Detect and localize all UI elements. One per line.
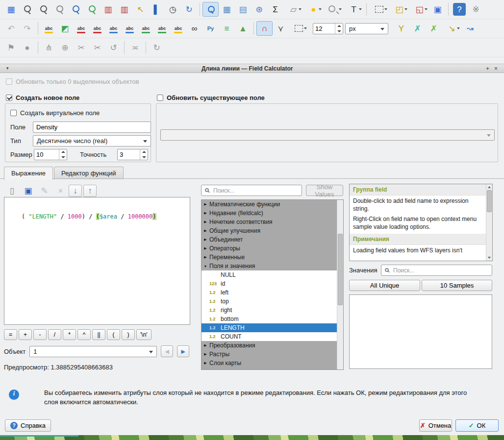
save-expression-icon[interactable]: ▣ xyxy=(20,183,36,198)
next-feature-button[interactable]: ▶ xyxy=(177,345,189,357)
operator-button[interactable]: '\n' xyxy=(136,329,151,340)
rotate-label-icon[interactable] xyxy=(154,21,170,36)
expand-arrow-icon[interactable]: ▶ xyxy=(202,255,209,259)
advanced-digitizing-icon[interactable]: Y xyxy=(393,21,409,36)
field-size-spinbox[interactable] xyxy=(34,149,67,160)
toolbar-icon[interactable] xyxy=(124,41,125,54)
statistical-summary-icon[interactable]: ▤ xyxy=(235,2,251,17)
values-search-input[interactable] xyxy=(381,265,492,275)
map-canvas-sliver[interactable] xyxy=(0,435,504,440)
float-dialog-icon[interactable]: + xyxy=(483,66,492,72)
toolbar-icon[interactable] xyxy=(38,41,38,54)
zoom-to-selection-icon[interactable] xyxy=(84,2,100,17)
tree-row[interactable]: NULL xyxy=(202,270,337,279)
operator-button[interactable]: * xyxy=(63,329,76,340)
vertex-editor-icon[interactable]: ⋔ xyxy=(41,40,57,55)
select-location-icon[interactable]: ↖ xyxy=(132,2,149,17)
operator-button[interactable]: + xyxy=(19,329,32,340)
new-map-view-icon[interactable] xyxy=(324,2,344,17)
update-selected-checkbox[interactable]: Обновить только 0 выделенных объектов xyxy=(6,78,139,85)
ten-samples-button[interactable]: 10 Samples xyxy=(422,280,492,291)
operator-button[interactable]: || xyxy=(92,329,105,340)
toolbar-icon[interactable] xyxy=(253,22,254,35)
tree-row[interactable]: ▶ Слои карты xyxy=(202,367,337,369)
all-unique-button[interactable]: All Unique xyxy=(349,280,420,291)
snap-tolerance-input[interactable] xyxy=(313,24,334,34)
rotate-feature-icon[interactable]: ↻ xyxy=(149,40,165,55)
feature-combobox[interactable]: 1 xyxy=(29,346,157,357)
snapping-mode-icon[interactable]: ⋎ xyxy=(273,21,289,36)
help-scrollbar[interactable] xyxy=(486,184,492,261)
help-button[interactable]: ? Справка xyxy=(5,419,51,432)
show-sum-icon[interactable]: Σ xyxy=(267,2,283,17)
create-new-field-checkbox[interactable]: Создать новое поле xyxy=(6,94,79,101)
scrollbar-thumb[interactable] xyxy=(338,234,343,305)
field-precision-input[interactable] xyxy=(118,149,139,160)
bookmarks-icon[interactable]: ▌ xyxy=(149,2,165,17)
dock-menu-icon[interactable]: ▾ xyxy=(4,66,11,71)
tree-row[interactable]: ▶ Растры xyxy=(202,350,337,359)
zoom-out-icon[interactable] xyxy=(35,2,51,17)
expand-arrow-icon[interactable]: ▶ xyxy=(202,361,209,365)
tree-row[interactable]: ▶ Слои карты xyxy=(202,359,337,367)
polygon-annotation-icon[interactable]: ● xyxy=(19,40,35,55)
import-expression-icon[interactable]: ↓ xyxy=(69,185,82,197)
dialog-titlebar[interactable]: ▾ Длина линии — Field Calculator + × xyxy=(0,64,504,73)
refresh-map-icon[interactable]: ↻ xyxy=(181,2,197,17)
enable-tracing-icon[interactable]: ✗ xyxy=(409,21,426,36)
flag-annotation-icon[interactable]: ⚑ xyxy=(3,40,19,55)
show-unplaced-labels-icon[interactable] xyxy=(89,21,105,36)
zoom-to-layer-icon[interactable]: ▥ xyxy=(100,2,116,17)
expand-arrow-icon[interactable]: ▶ xyxy=(202,220,209,224)
show-hide-labels-icon[interactable] xyxy=(122,21,138,36)
spin-up-icon[interactable] xyxy=(140,149,148,155)
processing-toolbox-icon[interactable]: ⊛ xyxy=(251,2,267,17)
expand-arrow-icon[interactable]: ▶ xyxy=(202,238,209,242)
redo-icon[interactable]: ↷ xyxy=(19,21,35,36)
reverse-line-icon[interactable]: ↺ xyxy=(105,40,122,55)
layer-styling-icon[interactable]: ≡ xyxy=(219,21,235,36)
select-by-value-icon[interactable]: ◰ xyxy=(389,2,409,17)
merge-features-icon[interactable]: ≍ xyxy=(127,40,143,55)
operator-button[interactable]: ^ xyxy=(77,329,91,340)
ok-button[interactable]: ✓ ОК xyxy=(455,419,499,432)
change-label-properties-icon[interactable] xyxy=(170,21,186,36)
temporal-controller-icon[interactable]: ◷ xyxy=(165,2,181,17)
tree-row[interactable]: ▶ Недавние (fieldcalc) xyxy=(202,209,337,218)
tree-row[interactable]: 1.2 LENGTH xyxy=(202,323,337,332)
tree-row[interactable]: 1.2 bottom xyxy=(202,315,337,323)
spin-up-icon[interactable] xyxy=(59,149,67,155)
search-labels-icon[interactable]: ∞ xyxy=(186,21,202,36)
tree-row[interactable]: ▶ Математические функции xyxy=(202,200,337,209)
operator-button[interactable]: = xyxy=(4,329,17,340)
field-name-input[interactable] xyxy=(33,122,151,133)
export-expression-icon[interactable]: ↑ xyxy=(83,185,97,197)
operator-button[interactable]: ( xyxy=(107,329,120,340)
help-icon[interactable]: ? xyxy=(453,3,466,16)
move-label-icon[interactable] xyxy=(138,21,154,36)
deselect-features-icon[interactable]: ◱ xyxy=(409,2,429,17)
tree-row[interactable]: 1.2 top xyxy=(202,297,337,306)
snapping-type-icon[interactable] xyxy=(289,21,309,36)
spin-down-icon[interactable] xyxy=(140,155,148,160)
scroll-down-icon[interactable] xyxy=(488,257,491,259)
zoom-full-icon[interactable] xyxy=(68,2,84,17)
toolbar-icon[interactable] xyxy=(38,22,38,35)
show-map-themes-icon[interactable]: ▦ xyxy=(3,2,19,17)
expand-arrow-icon[interactable]: ▶ xyxy=(202,229,209,233)
expand-arrow-icon[interactable]: ▶ xyxy=(202,202,209,206)
tree-row[interactable]: ▶ Нечеткие соответствия xyxy=(202,218,337,226)
vertex-tool-icon[interactable]: ↘ xyxy=(442,21,462,36)
split-parts-icon[interactable]: ✂ xyxy=(89,40,105,55)
field-calculator-icon[interactable]: ▣ xyxy=(429,2,446,17)
expand-arrow-icon[interactable]: ▶ xyxy=(202,343,209,347)
show-values-button[interactable]: Show Values xyxy=(306,185,343,196)
edit-expression-icon[interactable]: ✎ xyxy=(36,183,52,198)
operator-button[interactable]: / xyxy=(48,329,61,340)
spin-down-icon[interactable] xyxy=(59,155,67,160)
field-size-input[interactable] xyxy=(34,149,58,160)
close-dialog-icon[interactable]: × xyxy=(492,66,500,72)
tree-row[interactable]: 1.2 COUNT xyxy=(202,332,337,341)
tab-expression[interactable]: Выражение xyxy=(4,167,53,180)
open-attribute-table-icon[interactable]: ▦ xyxy=(219,2,235,17)
